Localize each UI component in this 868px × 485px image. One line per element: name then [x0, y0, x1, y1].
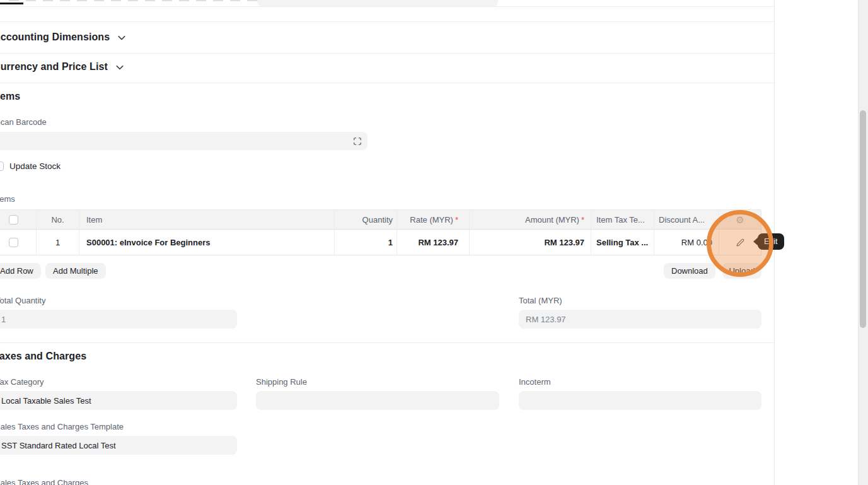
- row-item-tax-template[interactable]: Selling Tax ...: [591, 230, 654, 255]
- col-header-no: No.: [37, 210, 79, 229]
- add-multiple-button[interactable]: Add Multiple: [45, 263, 106, 279]
- section-accounting-dimensions[interactable]: Accounting Dimensions: [0, 32, 125, 43]
- grid-settings-gear-icon[interactable]: ⚙: [736, 215, 744, 225]
- col-header-quantity: Quantity: [335, 210, 397, 229]
- scan-barcode-label: Scan Barcode: [0, 117, 47, 127]
- required-marker: *: [581, 215, 584, 225]
- add-row-button[interactable]: Add Row: [0, 263, 41, 279]
- row-amount[interactable]: RM 123.97: [470, 230, 591, 255]
- page: Accounting Dimensions Currency and Price…: [0, 0, 868, 485]
- col-header-discount-amount: Discount A...: [654, 210, 719, 229]
- section-title: Taxes and Charges: [0, 351, 86, 362]
- section-items[interactable]: Items: [0, 91, 20, 102]
- update-stock-field: Update Stock: [0, 161, 61, 171]
- row-checkbox[interactable]: [9, 238, 18, 247]
- shipping-rule-label: Shipping Rule: [256, 377, 307, 387]
- incoterm-label: Incoterm: [519, 377, 551, 387]
- section-taxes-and-charges[interactable]: Taxes and Charges: [0, 351, 86, 362]
- section-divider: [0, 21, 775, 22]
- chevron-down-icon: [116, 65, 124, 70]
- download-button[interactable]: Download: [664, 263, 715, 279]
- row-quantity[interactable]: 1: [335, 230, 397, 255]
- col-header-amount: Amount (MYR)*: [470, 210, 591, 229]
- row-no: 1: [37, 230, 79, 255]
- section-title: Items: [0, 91, 20, 102]
- section-divider: [0, 53, 775, 54]
- active-tab-indicator: [0, 3, 23, 4]
- total-myr-input[interactable]: RM 123.97: [519, 310, 761, 329]
- items-grid-header: No. Item Quantity Rate (MYR)* Amount (MY…: [0, 210, 761, 230]
- section-divider: [0, 83, 775, 83]
- section-divider: [0, 342, 775, 343]
- scan-barcode-input[interactable]: [0, 132, 367, 150]
- items-grid-label: Items: [0, 194, 15, 204]
- tax-category-input[interactable]: Local Taxable Sales Test: [0, 391, 237, 410]
- update-stock-checkbox[interactable]: [0, 161, 4, 171]
- section-title: Currency and Price List: [0, 61, 108, 73]
- section-divider: [0, 6, 775, 7]
- scan-icon[interactable]: [353, 137, 362, 146]
- row-item[interactable]: S00001: eInvoice For Beginners: [79, 230, 335, 255]
- edit-row-pencil-icon[interactable]: [736, 238, 744, 247]
- total-quantity-input[interactable]: 1: [0, 310, 237, 329]
- update-stock-label[interactable]: Update Stock: [9, 161, 61, 171]
- sales-taxes-grid-label: Sales Taxes and Charges: [0, 478, 88, 485]
- shipping-rule-input[interactable]: [256, 391, 499, 410]
- col-header-item: Item: [79, 210, 335, 229]
- incoterm-input[interactable]: [519, 391, 761, 410]
- select-all-checkbox[interactable]: [9, 215, 18, 225]
- col-header-item-tax-template: Item Tax Te...: [591, 210, 654, 229]
- required-marker: *: [455, 215, 458, 225]
- sales-taxes-template-label: Sales Taxes and Charges Template: [0, 422, 124, 431]
- items-grid: No. Item Quantity Rate (MYR)* Amount (MY…: [0, 209, 761, 255]
- tax-category-label: Tax Category: [0, 377, 44, 387]
- col-header-rate: Rate (MYR)*: [397, 210, 470, 229]
- sales-taxes-template-input[interactable]: SST Standard Rated Local Test: [0, 436, 237, 455]
- section-title: Accounting Dimensions: [0, 32, 110, 43]
- total-myr-label: Total (MYR): [519, 296, 562, 305]
- total-quantity-label: Total Quantity: [0, 296, 46, 305]
- row-discount[interactable]: RM 0.00: [654, 230, 719, 255]
- upload-button[interactable]: Upload: [722, 263, 761, 279]
- chevron-down-icon: [118, 35, 125, 40]
- scrollbar-thumb[interactable]: [860, 110, 866, 328]
- items-grid-row[interactable]: 1 S00001: eInvoice For Beginners 1 RM 12…: [0, 230, 761, 255]
- edit-tooltip: Edit: [758, 233, 784, 250]
- section-currency-price-list[interactable]: Currency and Price List: [0, 61, 124, 73]
- row-rate[interactable]: RM 123.97: [397, 230, 470, 255]
